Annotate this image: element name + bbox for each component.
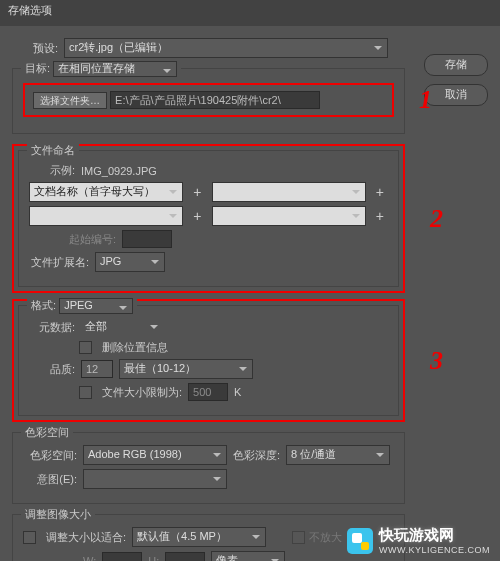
ext-label: 文件扩展名: (29, 255, 89, 270)
cancel-button[interactable]: 取消 (424, 84, 488, 106)
plus-icon: + (372, 208, 388, 224)
watermark: 快玩游戏网 WWW.KYLIGENCE.COM (347, 526, 490, 555)
filesize-limit-checkbox[interactable] (79, 386, 92, 399)
save-button[interactable]: 存储 (424, 54, 488, 76)
metadata-select[interactable]: 全部 (81, 318, 163, 336)
plus-icon: + (189, 184, 205, 200)
watermark-text: 快玩游戏网 (379, 526, 490, 545)
colorspace-select[interactable]: Adobe RGB (1998) (83, 445, 227, 465)
name-scheme-select[interactable]: 文档名称（首字母大写） (29, 182, 183, 202)
name-part3-select[interactable] (29, 206, 183, 226)
delete-location-checkbox[interactable] (79, 341, 92, 354)
resize-checkbox[interactable] (23, 531, 36, 544)
example-value: IMG_0929.JPG (81, 165, 157, 177)
height-input (165, 552, 205, 561)
window-title: 存储选项 (0, 0, 500, 26)
preset-select[interactable]: cr2转.jpg（已编辑） (64, 38, 388, 58)
destination-select[interactable]: 在相同位置存储 (53, 61, 177, 77)
startnum-input[interactable] (122, 230, 172, 248)
width-label: W: (83, 555, 96, 561)
destination-label: 目标: 在相同位置存储 (21, 61, 181, 77)
no-enlarge-checkbox (292, 531, 305, 544)
depth-select[interactable]: 8 位/通道 (286, 445, 390, 465)
browse-button[interactable]: 选择文件夹… (33, 92, 107, 109)
ext-select[interactable]: JPG (95, 252, 165, 272)
resize-title: 调整图像大小 (21, 507, 95, 522)
format-label: 格式: JPEG (27, 298, 137, 314)
highlight-3: 3 格式: JPEG 元数据:全部 删除位置信息 品质:12最佳（10-12） … (12, 299, 405, 422)
width-input (102, 552, 142, 561)
height-label: H: (148, 555, 159, 561)
path-field[interactable]: E:\产品\产品照片\190425附件\cr2\ (110, 91, 320, 109)
watermark-url: WWW.KYLIGENCE.COM (379, 545, 490, 555)
delete-location-label: 删除位置信息 (102, 340, 168, 355)
watermark-icon (347, 528, 373, 554)
callout-2: 2 (430, 204, 443, 234)
quality-range-select[interactable]: 最佳（10-12） (119, 359, 253, 379)
example-label: 示例: (29, 163, 75, 178)
callout-3: 3 (430, 346, 443, 376)
filesize-limit-input[interactable]: 500 (188, 383, 228, 401)
startnum-label: 起始编号: (69, 232, 116, 247)
intent-select[interactable] (83, 469, 227, 489)
size-unit-select[interactable]: 像素 (211, 551, 285, 561)
filenaming-title: 文件命名 (27, 143, 79, 158)
quality-label: 品质: (29, 362, 75, 377)
metadata-label: 元数据: (29, 320, 75, 335)
plus-icon: + (372, 184, 388, 200)
format-select[interactable]: JPEG (59, 298, 133, 314)
preset-label: 预设: (12, 41, 58, 56)
resize-fit-label: 调整大小以适合: (46, 530, 126, 545)
intent-label: 意图(E): (23, 472, 77, 487)
filesize-limit-label: 文件大小限制为: (102, 385, 182, 400)
name-part4-select[interactable] (212, 206, 366, 226)
callout-1: 1 (419, 85, 432, 115)
plus-icon: + (189, 208, 205, 224)
colorspace-label: 色彩空间: (23, 448, 77, 463)
quality-input[interactable]: 12 (81, 360, 113, 378)
colorspace-title: 色彩空间 (21, 425, 73, 440)
filesize-unit: K (234, 386, 241, 398)
resize-fit-select[interactable]: 默认值（4.5 MP） (132, 527, 266, 547)
highlight-1: 1 选择文件夹… E:\产品\产品照片\190425附件\cr2\ (23, 83, 394, 117)
depth-label: 色彩深度: (233, 448, 280, 463)
no-enlarge-label: 不放大 (309, 531, 342, 543)
name-part2-select[interactable] (212, 182, 366, 202)
highlight-2: 2 文件命名 示例:IMG_0929.JPG 文档名称（首字母大写） + + +… (12, 144, 405, 293)
